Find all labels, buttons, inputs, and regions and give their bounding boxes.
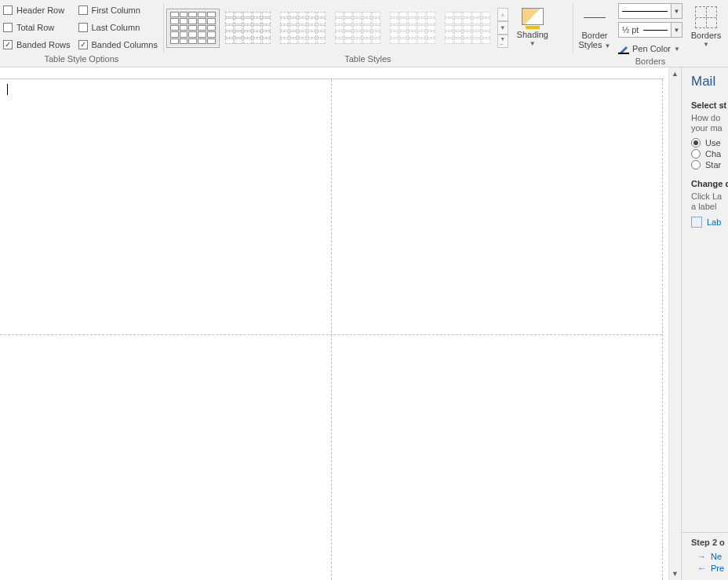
gallery-scroll: ▲ ▼ ▼– [497,8,508,48]
radio-change-layout[interactable]: Cha [691,149,728,159]
table-style-preview-icon [335,12,380,45]
link-text: Ne [711,552,722,561]
label-options-link[interactable]: Lab [691,217,728,228]
group-table-styles: ▲ ▼ ▼– Shading ▼ Table Styles [163,0,573,67]
group-table-style-options: Header Row Total Row Banded Rows First C… [0,0,163,67]
chk-total-row[interactable]: Total Row [3,20,71,35]
svg-rect-0 [618,53,629,54]
mail-section-heading: Select st [691,100,728,110]
chevron-down-icon: ▼ [671,4,682,18]
pen-controls: ▼ ½ pt ▼ Pen Color [617,2,684,57]
chk-banded-rows[interactable]: Banded Rows [3,38,71,52]
shading-button[interactable]: Shading ▼ [511,2,554,54]
chevron-down-icon: ▼ [530,40,536,47]
vertical-scrollbar[interactable]: ▲ ▼ [668,67,681,580]
borders-label: Borders [691,31,722,40]
checkbox-icon [3,23,13,32]
mail-help-text: How doyour ma [691,113,728,133]
label-table[interactable] [0,79,662,580]
chk-label: First Column [92,5,140,15]
table-style-preview-icon [390,12,435,45]
pen-color-button[interactable]: Pen Color ▼ [618,41,682,57]
chk-label: Banded Rows [16,40,71,49]
border-styles-button[interactable]: Border Styles ▼ [576,3,613,55]
link-text: Lab [707,217,721,227]
radio-icon [691,149,701,159]
mail-merge-pane: Mail Select st How doyour ma Use Cha Sta… [681,67,728,580]
gallery-scroll-down[interactable]: ▼ [497,21,508,35]
chevron-down-icon: ▼ [605,42,611,49]
document-area[interactable]: ▲ ▼ [0,67,681,580]
borders-icon [693,5,719,30]
group-label: Table Style Options [3,54,160,65]
checkbox-icon [3,5,13,15]
checkbox-icon [3,40,13,49]
wizard-next-link[interactable]: → Ne [697,552,728,561]
line-style-icon [582,5,607,30]
radio-label: Star [705,160,721,170]
chk-banded-columns[interactable]: Banded Columns [78,38,158,52]
table-style-thumb[interactable] [221,9,275,48]
pen-color-label: Pen Color [632,44,671,53]
link-text: Pre [711,564,724,573]
text-cursor [7,84,8,95]
table-gridline [662,79,663,580]
mail-help-text: Click Laa label [691,192,728,212]
table-style-preview-icon [170,12,216,45]
arrow-right-icon: → [697,552,706,561]
group-label: Table Styles [166,54,570,65]
chevron-down-icon: ▼ [671,23,682,37]
checkbox-icon [78,23,88,32]
step-indicator: Step 2 o [691,538,728,547]
group-label: Borders [576,57,725,67]
workspace: ▲ ▼ Mail Select st How doyour ma Use Cha… [0,67,728,580]
label-options-icon [691,217,702,228]
ribbon: Header Row Total Row Banded Rows First C… [0,0,728,67]
chk-label: Header Row [16,5,64,15]
table-gridline [331,79,332,580]
chevron-down-icon: ▼ [703,41,709,48]
group-borders: Border Styles ▼ ▼ ½ pt ▼ [573,0,728,67]
table-style-thumb[interactable] [166,9,220,48]
gallery-scroll-up[interactable]: ▲ [497,8,508,21]
chk-first-column[interactable]: First Column [78,3,158,17]
checkbox-icon [78,40,88,49]
table-style-preview-icon [225,12,271,45]
radio-icon [691,160,701,170]
line-sample-icon [622,11,668,12]
arrow-left-icon: ← [697,564,706,573]
borders-button[interactable]: Borders ▼ [687,3,725,55]
radio-label: Cha [705,149,721,159]
scroll-down-icon[interactable]: ▼ [669,567,682,580]
table-style-thumb[interactable] [441,9,494,48]
radio-start-from[interactable]: Star [691,160,728,170]
mail-section-heading: Change d [691,179,728,188]
wizard-prev-link[interactable]: ← Pre [697,564,728,573]
pen-icon [618,43,629,54]
shading-label: Shading [517,30,548,39]
chk-last-column[interactable]: Last Column [78,20,158,35]
chk-label: Total Row [16,23,54,32]
chevron-down-icon: ▼ [674,46,680,53]
mail-pane-title: Mail [691,74,728,89]
table-gridline [0,334,662,335]
table-style-thumb[interactable] [386,9,439,48]
border-styles-label: Border Styles ▼ [579,31,611,51]
chk-label: Last Column [92,23,140,32]
gallery-more[interactable]: ▼– [497,35,508,48]
pen-weight-combo[interactable]: ½ pt ▼ [618,22,682,38]
table-style-thumb[interactable] [276,9,329,48]
table-style-preview-icon [445,12,490,45]
line-style-combo[interactable]: ▼ [618,3,682,19]
chk-label: Banded Columns [92,40,158,49]
radio-use-current[interactable]: Use [691,138,728,148]
line-sample-icon [643,30,668,31]
table-style-gallery: ▲ ▼ ▼– [166,8,508,48]
shading-icon [520,4,545,29]
radio-label: Use [705,138,721,148]
table-style-thumb[interactable] [331,9,384,48]
scroll-up-icon[interactable]: ▲ [669,67,682,80]
radio-icon [691,138,701,148]
chk-header-row[interactable]: Header Row [3,3,71,17]
table-style-preview-icon [280,12,326,45]
